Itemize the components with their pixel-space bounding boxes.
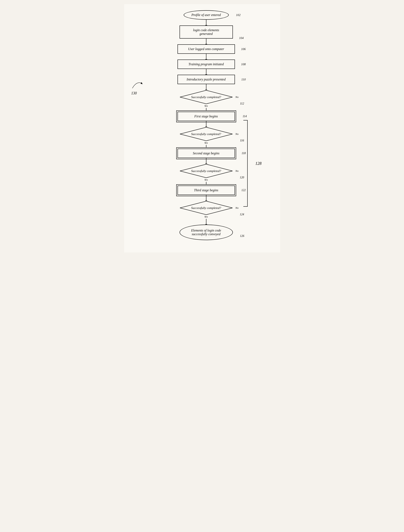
node-106-label: User logged onto computer bbox=[188, 47, 224, 51]
arrow-120-122 bbox=[206, 182, 206, 185]
node-112-wrapper: Successfully completed? No 112 bbox=[140, 90, 272, 104]
yes-label-124: Yes bbox=[204, 215, 208, 218]
node-118-wrapper: Second stage begins 118 bbox=[177, 149, 235, 158]
node-110-label: Introductory puzzle presented bbox=[187, 78, 226, 81]
node-124-wrapper: Successfully completed? No 124 bbox=[177, 201, 235, 215]
node-102-label: Profile of user entered bbox=[191, 13, 221, 17]
arrow-104-106 bbox=[206, 38, 206, 44]
node-122-wrapper: Third stage begins 122 bbox=[177, 185, 235, 195]
node-122: Third stage begins 122 bbox=[177, 185, 235, 195]
node-122-label: Third stage begins bbox=[194, 188, 218, 192]
node-102-id: 102 bbox=[236, 13, 241, 17]
node-124-id: 124 bbox=[240, 213, 244, 216]
node-106: User logged onto computer 106 bbox=[177, 44, 235, 54]
arrow-110-112 bbox=[206, 84, 206, 90]
flowchart: Profile of user entered 102 login code e… bbox=[140, 10, 272, 240]
node-124: Successfully completed? No 124 bbox=[180, 201, 233, 215]
node-126: Elements of login codesuccessfully conve… bbox=[180, 225, 233, 240]
node-118-id: 118 bbox=[242, 152, 246, 155]
node-110-wrapper: Introductory puzzle presented 110 bbox=[140, 75, 272, 84]
node-108-wrapper: Training program initiated 108 bbox=[140, 59, 272, 69]
node-116: Successfully completed? No 116 bbox=[180, 127, 233, 141]
node-108-id: 108 bbox=[241, 63, 246, 66]
node-112-no: No bbox=[235, 95, 238, 99]
node-114: First stage begins 114 bbox=[177, 112, 235, 121]
bracket-128-label: 128 bbox=[255, 161, 262, 166]
node-118-label: Second stage begins bbox=[193, 152, 220, 155]
node-116-label: Successfully completed? bbox=[191, 132, 221, 136]
arrow-114-116 bbox=[206, 121, 206, 127]
node-114-wrapper: First stage begins 114 bbox=[177, 112, 235, 121]
node-112-id: 112 bbox=[240, 102, 244, 105]
node-108-label: Training program initiated bbox=[189, 62, 224, 66]
node-118: Second stage begins 118 bbox=[177, 149, 235, 158]
node-120-no: No bbox=[235, 169, 238, 173]
arrow-108-110 bbox=[206, 69, 206, 75]
node-126-id: 126 bbox=[240, 234, 244, 238]
node-126-wrapper: Elements of login codesuccessfully conve… bbox=[140, 225, 272, 240]
node-120: Successfully completed? No 120 bbox=[180, 164, 233, 178]
node-126-label: Elements of login codesuccessfully conve… bbox=[191, 229, 221, 236]
node-102-wrapper: Profile of user entered 102 bbox=[140, 10, 272, 20]
node-104-label: login code elementsgenerated bbox=[193, 28, 219, 36]
node-116-id: 116 bbox=[240, 139, 244, 142]
node-112-label: Successfully completed? bbox=[191, 95, 221, 99]
node-108: Training program initiated 108 bbox=[177, 59, 235, 69]
arrow-118-120 bbox=[206, 158, 206, 164]
node-120-label: Successfully completed? bbox=[191, 169, 221, 173]
node-106-wrapper: User logged onto computer 106 bbox=[140, 44, 272, 54]
yes-label-112: Yes bbox=[204, 104, 208, 108]
stage-group: 128 First stage begins 114 Successfully … bbox=[177, 112, 235, 215]
arrow-122-124 bbox=[206, 195, 206, 201]
arrow-112-114 bbox=[206, 108, 206, 112]
node-102: Profile of user entered 102 bbox=[184, 10, 229, 20]
node-104-id: 104 bbox=[239, 36, 244, 40]
yes-label-120: Yes bbox=[177, 178, 235, 181]
node-116-wrapper: Successfully completed? No 116 bbox=[177, 127, 235, 141]
arrow-116-118 bbox=[206, 145, 206, 149]
node-122-id: 122 bbox=[241, 189, 246, 192]
node-114-label: First stage begins bbox=[194, 114, 218, 118]
node-104: login code elementsgenerated 104 bbox=[180, 25, 233, 38]
node-110-id: 110 bbox=[241, 78, 246, 81]
node-112: Successfully completed? No 112 bbox=[180, 90, 233, 104]
node-120-wrapper: Successfully completed? No 120 bbox=[177, 164, 235, 178]
yes-label-116: Yes bbox=[177, 141, 235, 145]
node-124-label: Successfully completed? bbox=[191, 206, 221, 210]
node-120-id: 120 bbox=[240, 176, 244, 179]
arrow-106-108 bbox=[206, 54, 206, 59]
arrow-102-104 bbox=[206, 20, 206, 25]
node-104-wrapper: login code elementsgenerated 104 bbox=[140, 25, 272, 38]
node-106-id: 106 bbox=[241, 47, 246, 51]
node-110: Introductory puzzle presented 110 bbox=[177, 75, 235, 84]
arrow-124-126 bbox=[206, 219, 206, 225]
node-124-no: No bbox=[235, 206, 238, 209]
bracket-128-wrapper: 128 bbox=[242, 112, 262, 215]
page: 130 Profile of user entered 102 login co… bbox=[124, 4, 280, 253]
node-116-no: No bbox=[235, 132, 238, 136]
node-114-id: 114 bbox=[243, 115, 247, 118]
